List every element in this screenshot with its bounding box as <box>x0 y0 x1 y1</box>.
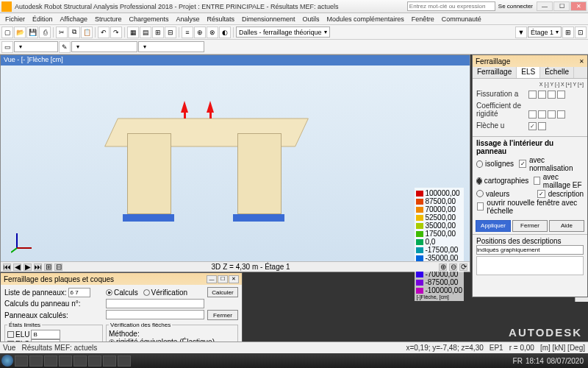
tab-echelle[interactable]: Échelle <box>540 67 574 78</box>
tool-icon[interactable]: ⊞ <box>562 26 574 38</box>
maximize-button[interactable]: ☐ <box>553 1 570 11</box>
task-item[interactable] <box>74 355 87 367</box>
chk[interactable] <box>528 110 537 118</box>
elu-input[interactable] <box>31 330 60 339</box>
help-search-input[interactable] <box>407 1 495 11</box>
chk[interactable] <box>528 91 537 99</box>
undo-icon[interactable]: ↶ <box>98 26 110 38</box>
save-icon[interactable]: 💾 <box>26 26 38 38</box>
close-button[interactable]: ✕ <box>570 1 587 11</box>
menu-fichier[interactable]: Fichier <box>1 15 29 23</box>
tool-icon[interactable]: ⊡ <box>575 26 587 38</box>
chk[interactable] <box>548 110 556 118</box>
nav-icon[interactable]: ◀ <box>13 263 21 271</box>
chk-nouvfen[interactable] <box>477 202 484 210</box>
nav-icon[interactable]: ⟳ <box>459 263 467 271</box>
tray-lang[interactable]: FR <box>513 357 523 365</box>
nav-icon[interactable]: ⊕ <box>439 263 447 271</box>
menu-dimensionnement[interactable]: Dimensionnement <box>238 15 299 23</box>
cut-icon[interactable]: ✂ <box>56 26 68 38</box>
start-button[interactable] <box>1 355 13 367</box>
sel-combo[interactable] <box>138 41 204 52</box>
calculer-button[interactable]: Calculer <box>207 287 238 297</box>
nav-icon[interactable]: ⏭ <box>34 263 42 271</box>
task-item[interactable] <box>118 355 131 367</box>
nav-prev-icon[interactable]: ⏮ <box>3 263 11 271</box>
fermer-button[interactable]: Fermer <box>207 310 238 320</box>
open-icon[interactable]: 📂 <box>14 26 26 38</box>
storey-combo[interactable]: Étage 1 <box>528 26 562 38</box>
chk[interactable] <box>548 91 556 99</box>
tab-ferraillage[interactable]: Ferraillage <box>473 67 517 78</box>
pan-input[interactable] <box>106 310 204 319</box>
signin-link[interactable]: Se connecter <box>498 3 533 10</box>
calc-input[interactable] <box>106 299 204 308</box>
menu-chargements[interactable]: Chargements <box>125 15 172 23</box>
dlg-min-icon[interactable]: — <box>207 275 217 283</box>
liste-input[interactable] <box>68 288 90 297</box>
aide-button[interactable]: Aide <box>549 220 584 232</box>
menu-affichage[interactable]: Affichage <box>57 15 91 23</box>
edit-icon[interactable]: ✎ <box>59 41 71 53</box>
menu-resultats[interactable]: Résultats <box>204 15 239 23</box>
task-item[interactable] <box>88 355 101 367</box>
chk[interactable] <box>537 190 545 198</box>
copy-icon[interactable]: ⧉ <box>68 26 80 38</box>
radio-verif[interactable] <box>143 289 150 296</box>
menu-communaute[interactable]: Communauté <box>438 15 485 23</box>
fermer-button[interactable]: Fermer <box>512 220 548 232</box>
chk[interactable] <box>538 110 546 118</box>
sel-combo[interactable] <box>14 41 58 52</box>
dialog-titlebar[interactable]: Ferraillage des plaques et coques — ☐ ✕ <box>1 273 242 285</box>
tool-icon[interactable]: ◐ <box>219 26 231 38</box>
tool-icon[interactable]: ▦ <box>127 26 139 38</box>
system-tray[interactable]: FR 18:14 08/07/2020 <box>513 357 587 365</box>
nav-icon[interactable]: ▶ <box>24 263 32 271</box>
task-item[interactable] <box>29 355 43 367</box>
print-icon[interactable]: ⎙ <box>39 26 51 38</box>
radio-isolignes[interactable] <box>476 160 483 168</box>
chk[interactable] <box>534 177 539 185</box>
dlg-close-icon[interactable]: ✕ <box>229 275 239 283</box>
nav-icon[interactable]: ⊖ <box>449 263 457 271</box>
chk[interactable] <box>528 122 537 130</box>
tool-icon[interactable]: ▤ <box>140 26 151 38</box>
tab-els[interactable]: ELS <box>517 67 540 78</box>
view-mode[interactable]: 3D <box>211 263 220 271</box>
axes-gizmo-icon[interactable] <box>11 229 36 254</box>
task-item[interactable] <box>103 355 116 367</box>
menu-structure[interactable]: Structure <box>91 15 126 23</box>
chk-elu[interactable] <box>7 331 14 338</box>
task-item[interactable] <box>44 355 57 367</box>
tool-icon[interactable]: ⊞ <box>152 26 164 38</box>
redo-icon[interactable]: ↷ <box>110 26 122 38</box>
tool-icon[interactable]: ⊗ <box>207 26 218 38</box>
menu-outils[interactable]: Outils <box>299 15 323 23</box>
radio-calculs[interactable] <box>106 289 112 296</box>
pos-input[interactable] <box>476 245 584 255</box>
menu-analyse[interactable]: Analyse <box>172 15 203 23</box>
filter-icon[interactable]: ▼ <box>515 26 527 38</box>
appliquer-button[interactable]: Appliquer <box>476 220 511 232</box>
chk[interactable] <box>557 91 565 99</box>
radio-valeurs[interactable] <box>476 190 484 197</box>
nav-icon[interactable]: ⊞ <box>44 263 52 271</box>
panel-close-icon[interactable]: ✕ <box>579 58 584 65</box>
viewport-3d[interactable]: Vue - [- ]Flèche [cm] 100000,0087500,007… <box>0 54 470 272</box>
minimize-button[interactable]: — <box>537 1 553 11</box>
chk[interactable] <box>538 91 546 99</box>
chk[interactable] <box>519 160 526 168</box>
dlg-max-icon[interactable]: ☐ <box>218 275 228 283</box>
task-item[interactable] <box>59 355 72 367</box>
select-icon[interactable]: ▭ <box>1 41 13 53</box>
menu-modules[interactable]: Modules complémentaires <box>323 15 408 23</box>
paste-icon[interactable]: 📋 <box>81 26 93 38</box>
task-item[interactable] <box>15 355 28 367</box>
layout-combo[interactable]: Dalles - ferraillage théorique <box>236 26 330 38</box>
sel-combo[interactable] <box>71 41 137 52</box>
calc-icon[interactable]: ≡ <box>182 26 193 38</box>
tool-icon[interactable]: ⊕ <box>194 26 206 38</box>
menu-edition[interactable]: Édition <box>29 15 57 23</box>
chk[interactable] <box>538 122 546 130</box>
new-icon[interactable]: ▢ <box>1 26 13 38</box>
